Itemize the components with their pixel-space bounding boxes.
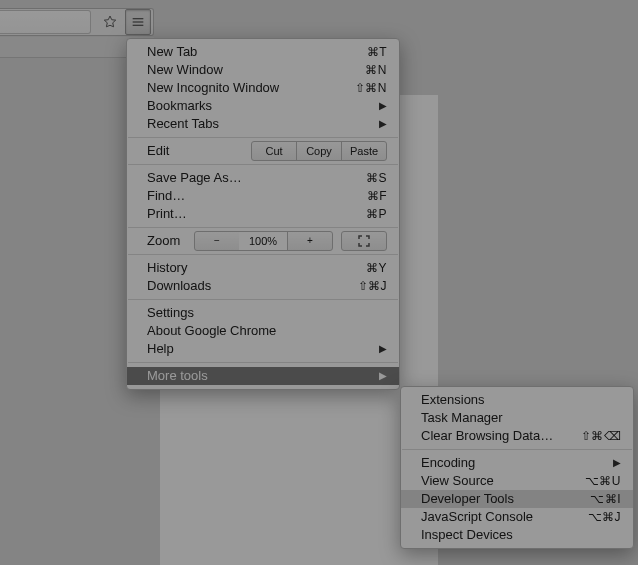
svg-rect-0 <box>133 18 144 19</box>
zoom-out-button[interactable]: − <box>194 231 240 251</box>
chevron-right-icon: ▶ <box>379 340 387 358</box>
menu-shortcut: ⌘T <box>347 43 387 61</box>
app-menu-button[interactable] <box>125 9 151 35</box>
menu-save-page[interactable]: Save Page As… ⌘S <box>127 169 399 187</box>
edit-paste-button[interactable]: Paste <box>341 141 387 161</box>
menu-label: New Incognito Window <box>147 79 335 97</box>
edit-cut-button[interactable]: Cut <box>251 141 297 161</box>
plus-icon: + <box>307 236 313 246</box>
menu-zoom-row: Zoom − 100% + <box>127 232 399 250</box>
menu-label: More tools <box>147 367 359 385</box>
menu-separator <box>128 362 398 363</box>
menu-label: About Google Chrome <box>147 322 387 340</box>
submenu-inspect-devices[interactable]: Inspect Devices <box>401 526 633 544</box>
menu-shortcut: ⇧⌘J <box>338 277 388 295</box>
chevron-right-icon: ▶ <box>379 115 387 133</box>
menu-separator <box>128 254 398 255</box>
svg-rect-2 <box>133 25 144 26</box>
submenu-view-source[interactable]: View Source ⌥⌘U <box>401 472 633 490</box>
menu-shortcut: ⇧⌘⌫ <box>561 427 622 445</box>
menu-label: View Source <box>421 472 565 490</box>
svg-rect-1 <box>133 21 144 22</box>
browser-toolbar <box>0 8 154 36</box>
menu-label: Extensions <box>421 391 621 409</box>
submenu-clear-browsing-data[interactable]: Clear Browsing Data… ⇧⌘⌫ <box>401 427 633 445</box>
menu-separator <box>128 299 398 300</box>
menu-label: Encoding <box>421 454 593 472</box>
menu-new-incognito[interactable]: New Incognito Window ⇧⌘N <box>127 79 399 97</box>
chevron-right-icon: ▶ <box>379 367 387 385</box>
submenu-encoding[interactable]: Encoding ▶ <box>401 454 633 472</box>
more-tools-submenu: Extensions Task Manager Clear Browsing D… <box>400 386 634 549</box>
menu-bookmarks[interactable]: Bookmarks ▶ <box>127 97 399 115</box>
menu-find[interactable]: Find… ⌘F <box>127 187 399 205</box>
menu-downloads[interactable]: Downloads ⇧⌘J <box>127 277 399 295</box>
menu-separator <box>128 164 398 165</box>
menu-shortcut: ⌥⌘J <box>568 508 622 526</box>
menu-label: Settings <box>147 304 387 322</box>
menu-label: Bookmarks <box>147 97 359 115</box>
menu-settings[interactable]: Settings <box>127 304 399 322</box>
menu-label: Inspect Devices <box>421 526 621 544</box>
submenu-developer-tools[interactable]: Developer Tools ⌥⌘I <box>401 490 633 508</box>
menu-label: JavaScript Console <box>421 508 568 526</box>
menu-label: Zoom <box>147 232 180 250</box>
menu-label: Help <box>147 340 359 358</box>
menu-shortcut: ⌥⌘I <box>570 490 621 508</box>
menu-separator <box>128 227 398 228</box>
menu-label: Edit <box>147 142 169 160</box>
menu-help[interactable]: Help ▶ <box>127 340 399 358</box>
menu-shortcut: ⌘Y <box>346 259 387 277</box>
menu-more-tools[interactable]: More tools ▶ <box>127 367 399 385</box>
menu-shortcut: ⇧⌘N <box>335 79 387 97</box>
zoom-level: 100% <box>239 231 288 251</box>
menu-separator <box>402 449 632 450</box>
menu-shortcut: ⌘N <box>345 61 387 79</box>
chevron-right-icon: ▶ <box>613 454 621 472</box>
menu-label: Downloads <box>147 277 338 295</box>
menu-label: New Window <box>147 61 345 79</box>
menu-label: Developer Tools <box>421 490 570 508</box>
menu-label: Find… <box>147 187 347 205</box>
menu-label: Clear Browsing Data… <box>421 427 561 445</box>
menu-shortcut: ⌘P <box>346 205 387 223</box>
menu-label: History <box>147 259 346 277</box>
bookmark-star-button[interactable] <box>97 9 123 35</box>
menu-shortcut: ⌥⌘U <box>565 472 621 490</box>
menu-shortcut: ⌘F <box>347 187 387 205</box>
fullscreen-button[interactable] <box>341 231 387 251</box>
star-icon <box>102 14 118 30</box>
menu-history[interactable]: History ⌘Y <box>127 259 399 277</box>
menu-label: Task Manager <box>421 409 621 427</box>
zoom-in-button[interactable]: + <box>287 231 333 251</box>
menu-recent-tabs[interactable]: Recent Tabs ▶ <box>127 115 399 133</box>
menu-shortcut: ⌘S <box>346 169 387 187</box>
edit-copy-button[interactable]: Copy <box>296 141 342 161</box>
menu-label: Save Page As… <box>147 169 346 187</box>
menu-print[interactable]: Print… ⌘P <box>127 205 399 223</box>
menu-label: Recent Tabs <box>147 115 359 133</box>
fullscreen-icon <box>358 235 370 247</box>
app-menu: New Tab ⌘T New Window ⌘N New Incognito W… <box>126 38 400 390</box>
menu-about[interactable]: About Google Chrome <box>127 322 399 340</box>
menu-new-tab[interactable]: New Tab ⌘T <box>127 43 399 61</box>
menu-label: Print… <box>147 205 346 223</box>
chevron-right-icon: ▶ <box>379 97 387 115</box>
omnibox-right-edge[interactable] <box>0 10 91 34</box>
submenu-javascript-console[interactable]: JavaScript Console ⌥⌘J <box>401 508 633 526</box>
hamburger-icon <box>130 14 146 30</box>
menu-label: New Tab <box>147 43 347 61</box>
menu-separator <box>128 137 398 138</box>
menu-edit-row: Edit Cut Copy Paste <box>127 142 399 160</box>
submenu-task-manager[interactable]: Task Manager <box>401 409 633 427</box>
submenu-extensions[interactable]: Extensions <box>401 391 633 409</box>
minus-icon: − <box>214 236 220 246</box>
menu-new-window[interactable]: New Window ⌘N <box>127 61 399 79</box>
